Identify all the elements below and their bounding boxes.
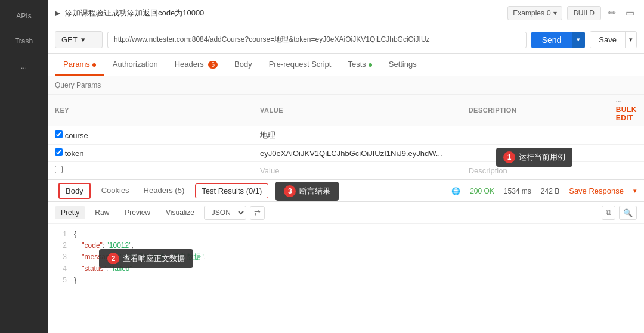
response-data-tooltip: 2查看响应正文数据 xyxy=(99,249,193,268)
row3-description-placeholder: Description xyxy=(469,166,507,175)
row3-value-placeholder: Value xyxy=(260,166,279,175)
row2-checkbox[interactable] xyxy=(55,148,63,156)
fmt-pretty-button[interactable]: Pretty xyxy=(55,206,85,219)
col-header-description: DESCRIPTION xyxy=(462,95,609,126)
edit-icon[interactable]: ✏ xyxy=(606,5,618,21)
method-select[interactable]: GET ▾ xyxy=(55,31,103,48)
line-num-3: 3 xyxy=(55,251,67,263)
code-line-5: 5} xyxy=(55,275,637,286)
response-data-circle: 2 xyxy=(107,253,119,264)
sidebar-item-apis[interactable]: APIs xyxy=(11,10,36,23)
col-header-key: KEY xyxy=(48,95,253,126)
resp-tab-cookies[interactable]: Cookies xyxy=(94,181,137,201)
fmt-visualize-button[interactable]: Visualize xyxy=(160,206,200,219)
globe-icon: 🌐 xyxy=(451,187,460,195)
response-data-label: 查看响应正文数据 xyxy=(123,254,185,263)
params-dot xyxy=(92,63,96,67)
url-bar: GET ▾ Send ▾ Save ▾ xyxy=(48,26,644,54)
request-tabs: Params Authorization Headers 6 Body Pre-… xyxy=(48,54,644,76)
row2-key: token xyxy=(65,149,84,158)
tab-pre-request[interactable]: Pre-request Script xyxy=(261,54,340,76)
tab-params[interactable]: Params xyxy=(55,54,104,76)
line-num-2: 2 xyxy=(55,240,67,251)
response-time: 1534 ms xyxy=(504,187,531,195)
url-input[interactable] xyxy=(107,32,527,48)
code-actions: ⧉ 🔍 xyxy=(602,206,637,220)
row2-value: eyJ0eXAiOiJKV1QiLCJhbGciOiJIUzI1NiJ9.eyJ… xyxy=(260,149,442,158)
save-response-button[interactable]: Save Response xyxy=(569,186,624,195)
row3-checkbox[interactable] xyxy=(55,166,63,173)
chevron-down-icon: ▾ xyxy=(553,9,557,17)
tab-authorization[interactable]: Authorization xyxy=(104,54,166,76)
examples-count: 0 xyxy=(547,9,551,17)
format-select[interactable]: JSON XML Text xyxy=(204,206,246,220)
assert-circle: 3 xyxy=(284,185,296,197)
tab-body[interactable]: Body xyxy=(226,54,261,76)
row1-checkbox[interactable] xyxy=(55,130,63,138)
code-line-1: 1{ xyxy=(55,229,637,240)
resp-tab-test-results[interactable]: Test Results (0/1) xyxy=(195,183,268,198)
arrow-icon: ▶ xyxy=(55,9,60,17)
fmt-preview-button[interactable]: Preview xyxy=(119,206,156,219)
save-button[interactable]: Save xyxy=(590,32,625,48)
fmt-raw-button[interactable]: Raw xyxy=(89,206,115,219)
send-button-group: Send ▾ xyxy=(531,32,586,48)
run-tooltip: 1运行当前用例 xyxy=(496,148,572,167)
line-num-4: 4 xyxy=(55,263,67,275)
tab-settings[interactable]: Settings xyxy=(380,54,425,76)
run-tooltip-label: 运行当前用例 xyxy=(519,153,565,161)
tab-tests[interactable]: Tests xyxy=(339,54,380,76)
row1-key: course xyxy=(65,131,88,140)
wrap-icon[interactable]: ⇄ xyxy=(250,206,265,220)
tests-dot xyxy=(369,63,372,67)
line-num-5: 5 xyxy=(55,275,67,286)
send-button[interactable]: Send xyxy=(531,32,572,48)
copy-icon[interactable]: ⧉ xyxy=(602,206,615,220)
col-header-value: VALUE xyxy=(253,95,462,126)
build-button[interactable]: BUILD xyxy=(567,6,601,20)
code-area: 1{ 2 "code": "10012", 3 "message": "添加课程… xyxy=(48,224,644,333)
more-options-icon: ··· xyxy=(616,98,623,105)
assert-label: 断言结果 xyxy=(299,186,330,197)
method-chevron-icon: ▾ xyxy=(81,35,85,44)
examples-button[interactable]: Examples 0 ▾ xyxy=(507,6,562,20)
sidebar-item-more[interactable]: ... xyxy=(16,60,32,73)
sidebar: APIs Trash ... xyxy=(0,0,48,333)
resp-tab-body[interactable]: Body xyxy=(58,183,91,199)
save-dropdown-button[interactable]: ▾ xyxy=(625,32,636,48)
top-bar: ▶ 添加课程验证成功添加返回code为10000 Examples 0 ▾ BU… xyxy=(48,0,644,26)
line-num-1: 1 xyxy=(55,229,67,240)
table-row: course 地理 xyxy=(48,126,644,145)
comment-icon[interactable]: ▭ xyxy=(623,5,637,21)
search-icon[interactable]: 🔍 xyxy=(619,206,637,220)
method-label: GET xyxy=(61,35,78,44)
run-circle: 1 xyxy=(503,151,515,163)
query-params-header: Query Params xyxy=(48,76,644,95)
response-size: 242 B xyxy=(541,187,559,195)
main-panel: ▶ 添加课程验证成功添加返回code为10000 Examples 0 ▾ BU… xyxy=(48,0,644,333)
resp-tab-headers[interactable]: Headers (5) xyxy=(137,181,192,201)
response-tabs: Body Cookies Headers (5) Test Results (0… xyxy=(48,180,644,202)
request-title: 添加课程验证成功添加返回code为10000 xyxy=(65,8,503,18)
save-button-group: Save ▾ xyxy=(590,31,637,48)
examples-label: Examples xyxy=(513,9,544,17)
send-dropdown-button[interactable]: ▾ xyxy=(572,32,585,48)
response-status-bar: 🌐 200 OK 1534 ms 242 B Save Response ▾ xyxy=(451,186,637,195)
bulk-edit-button[interactable]: Bulk Edit xyxy=(616,105,637,122)
format-bar: Pretty Raw Preview Visualize JSON XML Te… xyxy=(48,202,644,224)
tab-headers[interactable]: Headers 6 xyxy=(166,54,226,76)
sidebar-item-trash[interactable]: Trash xyxy=(10,35,38,48)
assert-tooltip: 3断言结果 xyxy=(275,182,339,201)
headers-badge: 6 xyxy=(208,61,218,69)
row1-value: 地理 xyxy=(260,130,275,139)
save-response-chevron: ▾ xyxy=(633,187,637,195)
status-ok: 200 OK xyxy=(470,187,494,195)
col-header-options: ··· Bulk Edit xyxy=(609,95,644,126)
